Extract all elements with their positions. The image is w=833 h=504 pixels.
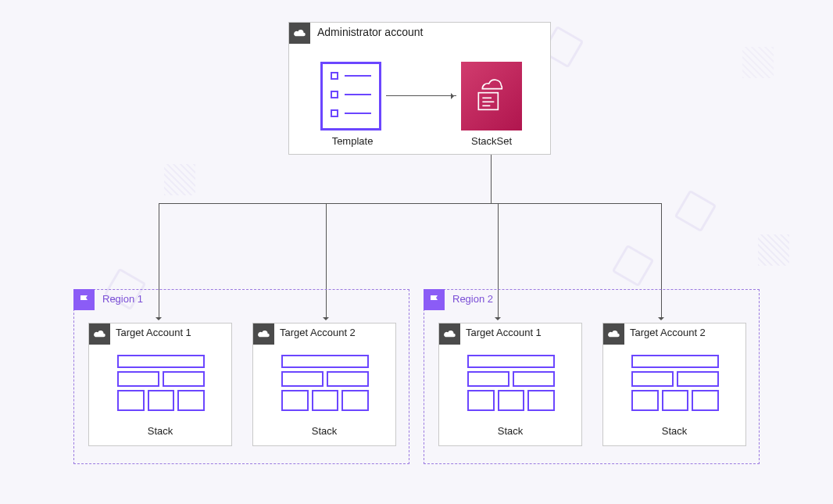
flag-icon: [424, 289, 445, 310]
admin-title: Administrator account: [317, 26, 423, 38]
stack-icon: [117, 355, 205, 411]
cloud-icon: [603, 323, 624, 345]
arrow-template-to-stackset: [386, 95, 456, 96]
target-account-box: Target Account 1 Stack: [438, 323, 582, 446]
template-icon: [320, 62, 381, 130]
connector: [491, 155, 492, 203]
stack-icon: [467, 355, 555, 411]
stack-label: Stack: [603, 425, 745, 437]
stackset-icon: [461, 62, 522, 130]
flag-icon: [73, 289, 95, 310]
target-title: Target Account 1: [466, 327, 542, 338]
stack-label: Stack: [439, 425, 581, 437]
stack-label: Stack: [253, 425, 395, 437]
connector: [159, 203, 662, 204]
stack-icon: [631, 355, 719, 411]
region-2-title: Region 2: [452, 293, 493, 305]
stackset-label: StackSet: [459, 135, 524, 147]
region-1-title: Region 1: [102, 293, 143, 305]
cloud-icon: [89, 323, 110, 345]
target-title: Target Account 1: [116, 327, 191, 338]
region-2-box: Region 2 Target Account 1 Stack Target A…: [424, 289, 760, 464]
target-title: Target Account 2: [280, 327, 356, 338]
template-label: Template: [322, 135, 383, 147]
region-1-box: Region 1 Target Account 1 Stack Target A…: [73, 289, 409, 464]
stack-icon: [281, 355, 369, 411]
stack-label: Stack: [89, 425, 231, 437]
target-account-box: Target Account 1 Stack: [88, 323, 232, 446]
cloud-icon: [253, 323, 274, 345]
target-account-box: Target Account 2 Stack: [252, 323, 396, 446]
target-title: Target Account 2: [630, 327, 706, 338]
cloud-icon: [289, 23, 310, 44]
target-account-box: Target Account 2 Stack: [602, 323, 746, 446]
cloud-icon: [439, 323, 460, 345]
administrator-account-box: Administrator account Template Stack: [288, 22, 551, 155]
